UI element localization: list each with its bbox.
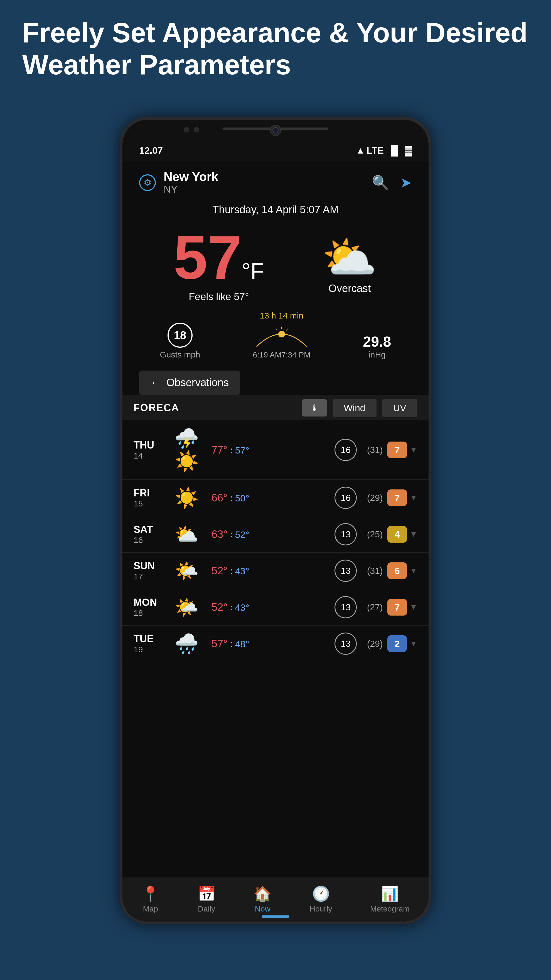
uv-badge: 7 — [387, 599, 407, 616]
temperature-section: 57°F Feels like 57° — [174, 227, 264, 302]
page-title: Freely Set Appearance & Your Desired Wea… — [22, 17, 529, 81]
weather-icon-section: ⛅ Overcast — [322, 235, 377, 294]
forecast-low: 50° — [235, 493, 249, 503]
tab-temperature[interactable]: 🌡 — [302, 399, 327, 417]
nav-item-map[interactable]: 📍 Map — [141, 885, 159, 913]
forecast-high: 66° — [211, 492, 227, 504]
uv-badge: 4 — [387, 526, 407, 542]
wind-speed-circle: 13 — [335, 560, 357, 582]
pressure-value: 29.8 — [363, 333, 391, 350]
feels-like: Feels like 57° — [174, 291, 264, 302]
settings-icon[interactable]: ⚙ — [139, 174, 156, 191]
wind-speed-circle: 16 — [335, 487, 357, 509]
forecast-row[interactable]: SUN 17 🌤️ 52° ∶ 43° 13 (31) 6 ▼ — [122, 553, 429, 589]
home-icon: 🏠 — [254, 885, 272, 902]
thermometer-icon: 🌡 — [310, 403, 319, 412]
forecast-condition-icon: 🌤️ — [173, 596, 200, 619]
wind-gust-value: (31) — [362, 445, 387, 455]
forecast-condition-icon: ⛅ — [173, 523, 200, 546]
forecast-condition-icon: ☀️ — [173, 486, 200, 509]
forecast-row[interactable]: FRI 15 ☀️ 66° ∶ 50° 16 (29) 7 ▼ — [122, 480, 429, 516]
status-bar: 12.07 ▴ LTE ▐▌ ▓ — [139, 142, 412, 159]
nav-item-hourly[interactable]: 🕐 Hourly — [310, 885, 332, 913]
day-name: TUE — [133, 633, 167, 645]
phone-inner: 12.07 ▴ LTE ▐▌ ▓ ⚙ New York NY — [122, 120, 429, 921]
location-info: ⚙ New York NY — [139, 170, 218, 196]
battery-icon: ▓ — [405, 145, 412, 156]
front-camera — [270, 125, 281, 136]
uv-badge: 7 — [387, 442, 407, 458]
forecast-temps: 57° ∶ 48° — [206, 638, 329, 650]
sun-duration: 13 h 14 min — [252, 311, 310, 320]
day-name: THU — [133, 439, 167, 451]
forecast-row[interactable]: TUE 19 🌧️ 57° ∶ 48° 13 (29) 2 ▼ — [122, 625, 429, 662]
day-name: SAT — [133, 524, 167, 535]
forecast-day: SUN 17 — [133, 560, 167, 581]
forecast-high: 57° — [211, 638, 227, 649]
sunset-time: 7:34 PM — [281, 350, 310, 360]
uv-badge: 6 — [387, 562, 407, 579]
row-chevron-icon: ▼ — [410, 493, 418, 502]
day-num: 16 — [133, 535, 167, 545]
location-icon[interactable]: ➤ — [400, 175, 412, 191]
forecast-high: 63° — [211, 528, 227, 540]
forecast-low: 43° — [235, 602, 249, 613]
phone-dots — [184, 127, 199, 132]
forecast-low: 43° — [235, 566, 249, 576]
forecast-day: MON 18 — [133, 597, 167, 618]
nav-daily-label: Daily — [198, 905, 215, 913]
signal-icon: ▐▌ — [387, 145, 401, 156]
wifi-icon: ▴ — [358, 145, 363, 156]
app-content: ⚙ New York NY 🔍 ➤ Thursday, 14 April 5:0… — [122, 161, 429, 921]
tab-uv[interactable]: UV — [382, 399, 418, 417]
forecast-high: 52° — [211, 565, 227, 577]
sunrise-sunset: 6:19 AM 7:34 PM — [252, 350, 310, 360]
search-icon[interactable]: 🔍 — [372, 175, 389, 191]
weather-stats: 18 Gusts mph 13 h 14 min — [122, 305, 429, 368]
day-num: 14 — [133, 451, 167, 460]
pressure-stat: 29.8 inHg — [363, 333, 391, 360]
row-chevron-icon: ▼ — [410, 530, 418, 539]
gusts-stat: 18 Gusts mph — [160, 323, 200, 360]
tab-wind[interactable]: Wind — [333, 399, 376, 417]
wind-speed-circle: 13 — [335, 596, 357, 618]
day-num: 18 — [133, 608, 167, 618]
wind-gust-value: (27) — [362, 602, 387, 612]
nav-now-label: Now — [255, 905, 270, 913]
app-header: ⚙ New York NY 🔍 ➤ — [122, 161, 429, 201]
forecast-row[interactable]: MON 18 🌤️ 52° ∶ 43° 13 (27) 7 ▼ — [122, 589, 429, 625]
forecast-temps: 66° ∶ 50° — [206, 492, 329, 504]
forecast-list: THU 14 ⛈️☀️ 77° ∶ 57° 16 (31) 7 ▼ FRI 15… — [122, 420, 429, 662]
sun-arc — [254, 321, 310, 349]
header-actions: 🔍 ➤ — [372, 175, 412, 191]
status-time: 12.07 — [139, 145, 163, 156]
forecast-condition-icon: 🌧️ — [173, 632, 200, 655]
weather-description: Overcast — [322, 283, 377, 294]
gusts-label: Gusts mph — [160, 350, 200, 360]
forecast-day: TUE 19 — [133, 633, 167, 654]
day-num: 15 — [133, 499, 167, 508]
forecast-low: 48° — [235, 639, 249, 649]
nav-item-daily[interactable]: 📅 Daily — [198, 885, 216, 913]
observations-button[interactable]: ← Observations — [139, 371, 240, 395]
forecast-row[interactable]: SAT 16 ⛅ 63° ∶ 52° 13 (25) 4 ▼ — [122, 516, 429, 553]
chart-icon: 📊 — [381, 885, 399, 902]
forecast-day: FRI 15 — [133, 487, 167, 508]
day-name: SUN — [133, 560, 167, 572]
wind-gust-value: (25) — [362, 529, 387, 539]
svg-line-2 — [286, 329, 288, 331]
observations-label: Observations — [167, 377, 229, 389]
forecast-header: FORECA 🌡 Wind UV — [122, 395, 429, 420]
row-chevron-icon: ▼ — [410, 445, 418, 454]
forecast-high: 77° — [211, 444, 227, 456]
forecast-temps: 52° ∶ 43° — [206, 565, 329, 577]
svg-point-0 — [278, 331, 285, 337]
forecast-row[interactable]: THU 14 ⛈️☀️ 77° ∶ 57° 16 (31) 7 ▼ — [122, 420, 429, 480]
forecast-condition-icon: ⛈️☀️ — [173, 427, 200, 473]
foreca-logo: FORECA — [133, 402, 296, 414]
nav-item-meteogram[interactable]: 📊 Meteogram — [370, 885, 410, 913]
nav-item-now[interactable]: 🏠 Now — [254, 885, 272, 913]
sun-arc-container: 13 h 14 min 6:19 AM 7:34 PM — [252, 311, 310, 360]
row-chevron-icon: ▼ — [410, 639, 418, 648]
back-arrow-icon: ← — [150, 377, 161, 389]
